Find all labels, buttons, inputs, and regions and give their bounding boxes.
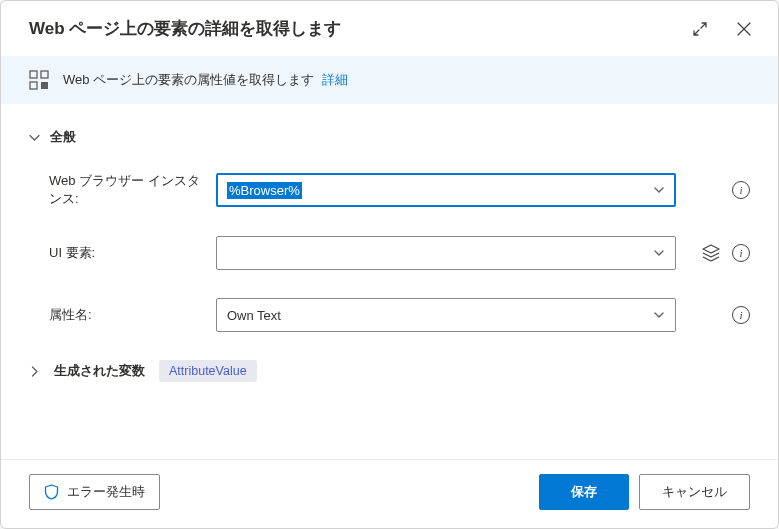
svg-rect-1 — [41, 71, 48, 78]
svg-rect-0 — [30, 71, 37, 78]
browser-instance-select[interactable]: %Browser% — [216, 173, 676, 207]
field-ui-element: UI 要素: i — [29, 236, 750, 270]
field-attribute-name: 属性名: Own Text i — [29, 298, 750, 332]
svg-rect-2 — [30, 82, 37, 89]
svg-rect-3 — [41, 82, 48, 89]
attribute-name-select[interactable]: Own Text — [216, 298, 676, 332]
variable-chip[interactable]: AttributeValue — [159, 360, 257, 382]
info-bar: Web ページ上の要素の属性値を取得します 詳細 — [1, 56, 778, 104]
info-bar-text: Web ページ上の要素の属性値を取得します 詳細 — [63, 71, 348, 89]
chevron-down-icon — [653, 309, 665, 321]
chevron-down-icon — [29, 132, 40, 143]
ui-element-select[interactable] — [216, 236, 676, 270]
on-error-button[interactable]: エラー発生時 — [29, 474, 160, 510]
field-browser-instance-label: Web ブラウザー インスタンス: — [29, 172, 204, 208]
info-icon[interactable]: i — [732, 306, 750, 324]
section-general-title: 全般 — [50, 128, 76, 146]
chevron-down-icon — [653, 184, 665, 196]
field-attribute-name-label: 属性名: — [29, 306, 204, 324]
details-link[interactable]: 詳細 — [322, 72, 348, 87]
attribute-name-value: Own Text — [227, 308, 281, 323]
section-general-header[interactable]: 全般 — [29, 128, 750, 146]
cancel-button[interactable]: キャンセル — [639, 474, 750, 510]
field-ui-element-label: UI 要素: — [29, 244, 204, 262]
footer-actions: 保存 キャンセル — [539, 474, 750, 510]
browser-instance-value: %Browser% — [227, 182, 302, 199]
shield-icon — [44, 484, 59, 500]
save-button[interactable]: 保存 — [539, 474, 629, 510]
selector-icon[interactable] — [702, 244, 720, 262]
dialog-window: Web ページ上の要素の詳細を取得します Web ページ上の要素の属性値を取得し… — [0, 0, 779, 529]
info-icon[interactable]: i — [732, 244, 750, 262]
expand-icon[interactable] — [690, 19, 710, 39]
chevron-down-icon — [653, 247, 665, 259]
chevron-right-icon — [29, 366, 40, 377]
dialog-header: Web ページ上の要素の詳細を取得します — [1, 1, 778, 56]
on-error-label: エラー発生時 — [67, 483, 145, 501]
dialog-title: Web ページ上の要素の詳細を取得します — [29, 17, 341, 40]
dialog-content: 全般 Web ブラウザー インスタンス: %Browser% i UI 要素: — [1, 104, 778, 459]
web-details-icon — [29, 70, 49, 90]
field-browser-instance: Web ブラウザー インスタンス: %Browser% i — [29, 172, 750, 208]
section-generated-vars[interactable]: 生成された変数 AttributeValue — [29, 360, 750, 382]
close-icon[interactable] — [734, 19, 754, 39]
generated-vars-title: 生成された変数 — [54, 362, 145, 380]
info-icon[interactable]: i — [732, 181, 750, 199]
header-actions — [690, 19, 754, 39]
dialog-footer: エラー発生時 保存 キャンセル — [1, 459, 778, 528]
